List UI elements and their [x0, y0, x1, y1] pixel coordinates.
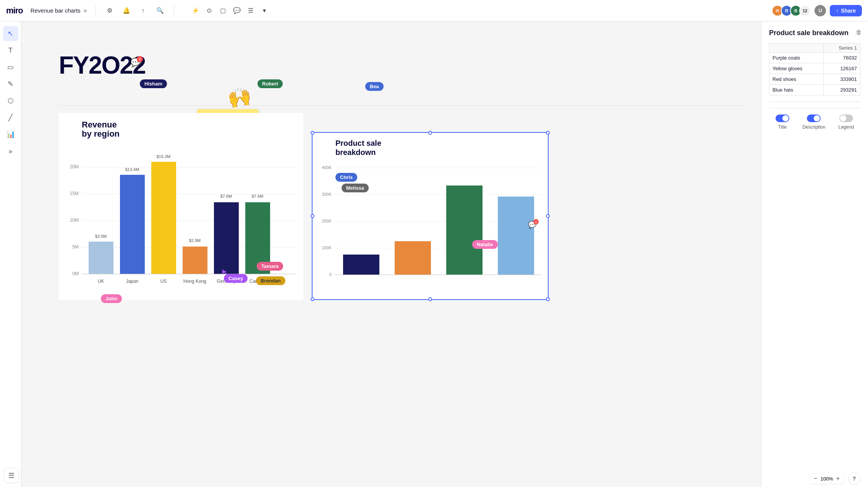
panel-table: Series 1 Purple coats76032Yellow gloves1… — [769, 43, 860, 95]
zoom-level: 100% — [820, 476, 833, 482]
revenue-title-2: by region — [82, 129, 120, 139]
zoom-controls: − 100% + — [810, 474, 844, 484]
panel-product-value: 76032 — [823, 53, 860, 63]
panel-product-name: Yellow gloves — [769, 63, 824, 74]
product-chart-svg: Product sale breakdown 400K 300K 200K 10… — [313, 133, 549, 301]
user-bea-label: Bea — [365, 82, 384, 91]
frame-tool[interactable]: ▢ — [217, 5, 229, 17]
more-tools-sidebar[interactable]: » — [3, 144, 18, 159]
handle-tl — [311, 131, 314, 135]
bar-us-label: US — [160, 279, 167, 284]
search-button[interactable]: 🔍 — [154, 5, 166, 17]
bar-japan — [120, 175, 145, 274]
timer-tool[interactable]: ⊙ — [203, 5, 215, 17]
handle-bottom — [428, 297, 432, 301]
user-hisham: Hisham — [140, 81, 145, 87]
user-natalie-label: Natalie — [472, 240, 498, 249]
line-tool[interactable]: ╱ — [3, 110, 18, 125]
y-label-5m: 5M — [72, 244, 79, 250]
user-bea: Bea — [365, 83, 371, 89]
bottom-bar: − 100% + ? — [21, 470, 868, 487]
share-button[interactable]: ↑Share — [830, 5, 862, 16]
panel-toggle-button[interactable]: ☰ — [4, 468, 19, 483]
bar-hk-value: $2.9M — [189, 238, 201, 243]
user-robert-label: Robert — [257, 79, 283, 88]
toolbar-center: ⚡ ⊙ ▢ 💬 ☰ ▾ — [189, 5, 270, 17]
chat-icon-area: 💬 1 — [130, 58, 141, 68]
settings-button[interactable]: ⚙ — [104, 5, 116, 17]
panel-product-name: Purple coats — [769, 53, 824, 63]
bar-hk — [183, 247, 207, 274]
help-button[interactable]: ? — [848, 472, 860, 485]
panel-delete-button[interactable]: 🗑 — [856, 29, 862, 36]
handle-right — [546, 214, 550, 218]
chart-chat-icon: 💬 2 — [528, 221, 536, 229]
miro-logo: miro — [6, 6, 23, 16]
bar-germany — [214, 202, 239, 274]
bar-red-shoes — [446, 185, 483, 275]
toggle-title-switch[interactable] — [776, 114, 789, 122]
lightning-tool[interactable]: ⚡ — [189, 5, 202, 17]
share-icon-button[interactable]: ↑ — [137, 5, 149, 17]
user-robert: Robert — [257, 81, 263, 87]
bar-hk-label: Hong Kong — [183, 279, 206, 284]
notifications-button[interactable]: 🔔 — [120, 5, 133, 17]
divider-line — [59, 105, 742, 106]
chart-tool[interactable]: 📊 — [3, 127, 18, 142]
canvas[interactable]: FY2O22 💬 1 🙌 Congrats, everyone! The US … — [21, 21, 761, 487]
current-user-avatar: U — [814, 4, 827, 17]
toggle-description-switch[interactable] — [807, 114, 821, 122]
pen-tool[interactable]: ✎ — [3, 76, 18, 92]
avatar-stack: H R B 12 — [774, 5, 811, 16]
star-icon[interactable]: ★ — [83, 8, 88, 14]
topbar: miro Revenue bar charts ★ ⚙ 🔔 ↑ 🔍 ⚡ ⊙ ▢ … — [0, 0, 868, 21]
toggle-legend: Legend — [839, 114, 854, 130]
toggle-title: Title — [776, 114, 789, 130]
user-casey-label: Casey — [224, 274, 248, 283]
panel-col-series: Series 1 — [823, 44, 860, 53]
zoom-in-button[interactable]: + — [836, 475, 840, 482]
toggle-description-label: Description — [802, 124, 825, 130]
user-john: John — [101, 295, 106, 302]
panel-divider — [769, 102, 860, 102]
sticky-tool[interactable]: ▭ — [3, 60, 18, 75]
text-tool[interactable]: T — [3, 43, 18, 58]
board-title: Revenue bar charts ★ — [31, 7, 88, 14]
revenue-chart-container: Revenue by region 20M 15M 10M 5M 0M $3.5… — [59, 113, 303, 300]
user-tamara-label: Tamara — [257, 262, 283, 271]
user-casey-cursor — [222, 269, 227, 276]
shape-tool[interactable]: ⬡ — [3, 93, 18, 108]
y-300k: 300K — [322, 192, 332, 197]
user-chris-label: Chris — [335, 173, 357, 182]
more-tools[interactable]: ▾ — [258, 5, 270, 17]
y-200k: 200K — [322, 219, 332, 223]
toggle-legend-label: Legend — [839, 124, 854, 130]
panel-product-value: 293291 — [823, 85, 860, 95]
y-label-20m: 20M — [70, 164, 79, 169]
bar-canada-value: $7.6M — [252, 194, 264, 198]
zoom-out-button[interactable]: − — [814, 475, 817, 482]
product-chart-container: Product sale breakdown 400K 300K 200K 10… — [312, 132, 549, 300]
bar-uk — [89, 242, 113, 274]
separator — [96, 5, 96, 16]
user-natalie: Natalie — [472, 241, 478, 247]
product-title-1: Product sale — [335, 139, 381, 147]
panel-toggles: Title Description Legend — [769, 108, 860, 130]
toggle-legend-switch[interactable] — [839, 114, 853, 122]
table-tool[interactable]: ☰ — [245, 5, 257, 17]
y-400k: 400K — [322, 165, 332, 170]
panel-table-row: Yellow gloves126167 — [769, 63, 860, 74]
bar-yellow-gloves — [395, 241, 431, 275]
right-controls: H R B 12 U ↑Share — [774, 4, 862, 17]
product-title-2: breakdown — [335, 148, 376, 156]
y-label-15m: 15M — [70, 191, 79, 196]
comment-tool[interactable]: 💬 — [231, 5, 243, 17]
select-tool[interactable]: ↖ — [3, 26, 18, 41]
revenue-chart-svg: Revenue by region 20M 15M 10M 5M 0M $3.5… — [59, 113, 303, 300]
handle-left — [311, 214, 314, 218]
user-melissa-label: Melissa — [342, 184, 369, 192]
panel-product-name: Red shoes — [769, 74, 824, 85]
bar-uk-value: $3.5M — [95, 234, 107, 239]
toggle-description: Description — [802, 114, 825, 130]
bar-germany-value: $7.6M — [220, 194, 232, 198]
